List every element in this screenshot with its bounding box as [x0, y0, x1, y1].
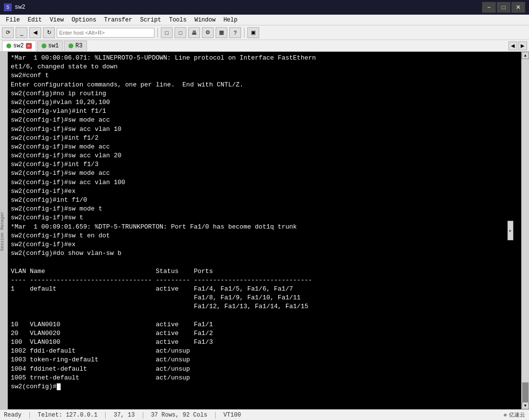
logo-text: 亿速云 [509, 411, 525, 419]
window-title: sw2 [15, 4, 25, 11]
menu-file[interactable]: File [2, 16, 24, 24]
host-input[interactable] [57, 28, 154, 38]
main-layout: Session Manager *Mar 1 00:00:06.071: %LI… [0, 52, 529, 409]
menu-transfer[interactable]: Transfer [100, 16, 136, 24]
session-manager-label: Session Manager [0, 211, 5, 251]
tab-dot-sw1 [42, 43, 46, 48]
menu-view[interactable]: View [46, 16, 68, 24]
logo-area: ◆ 亿速云 [504, 411, 525, 419]
menu-bar: File Edit View Options Transfer Script T… [0, 15, 529, 25]
toolbar-settings-btn[interactable]: ⚙ [202, 27, 214, 38]
toolbar-btn-2[interactable]: ⎯ [16, 27, 27, 38]
menu-edit[interactable]: Edit [24, 16, 46, 24]
status-sep-1 [29, 412, 30, 419]
tab-nav-left[interactable]: ◀ [508, 42, 517, 50]
tab-dot-sw2 [6, 43, 11, 48]
scroll-up-btn[interactable]: ▲ [522, 52, 529, 59]
toolbar-help-btn[interactable]: ? [229, 27, 241, 38]
tab-r3[interactable]: R3 [64, 41, 87, 51]
status-sep-4 [215, 412, 216, 419]
toolbar-btn-1[interactable]: ⟳ [2, 27, 14, 38]
menu-script[interactable]: Script [136, 16, 165, 24]
tab-nav: ◀ ▶ [508, 42, 527, 50]
menu-help[interactable]: Help [220, 16, 242, 24]
status-right: ◆ 亿速云 [504, 411, 525, 419]
minimize-button[interactable]: − [482, 2, 496, 13]
status-sep-2 [105, 412, 106, 419]
maximize-button[interactable]: □ [497, 2, 510, 13]
toolbar-separator-1 [157, 28, 158, 38]
title-bar: S sw2 − □ ✕ [0, 0, 529, 15]
tab-dot-r3 [68, 43, 73, 48]
scrollbar-thumb[interactable] [522, 382, 529, 402]
scrollbar: ▲ ▼ [521, 52, 529, 409]
toolbar-separator-2 [244, 28, 244, 38]
toolbar-btn-3[interactable]: ◀ [29, 27, 41, 38]
toolbar-screen-btn[interactable]: ▣ [247, 27, 259, 38]
collapse-panel-btn[interactable]: ► [507, 221, 513, 240]
tab-bar: sw2 ✕ sw1 R3 ◀ ▶ [0, 40, 529, 52]
status-dimensions: 37 Rows, 92 Cols [151, 412, 207, 419]
toolbar-print-btn[interactable]: 🖶 [188, 27, 200, 38]
status-position: 37, 13 [113, 412, 134, 419]
terminal-cursor [57, 383, 61, 390]
toolbar-copy-btn[interactable]: □ [161, 27, 173, 38]
toolbar-filter-btn[interactable]: ▦ [216, 27, 227, 38]
left-sidebar: Session Manager [0, 52, 8, 409]
tab-label-r3: R3 [75, 42, 82, 49]
status-sep-3 [143, 412, 143, 419]
terminal-container: *Mar 1 00:00:06.071: %LINEPROTO-5-UPDOWN… [8, 52, 521, 409]
tab-close-sw2[interactable]: ✕ [26, 43, 32, 49]
toolbar: ⟳ ⎯ ◀ ↻ □ □ 🖶 ⚙ ▦ ? ▣ [0, 25, 529, 40]
toolbar-btn-4[interactable]: ↻ [43, 27, 55, 38]
app-icon: S [4, 3, 12, 11]
toolbar-paste-btn[interactable]: □ [175, 27, 186, 38]
tab-nav-right[interactable]: ▶ [518, 42, 527, 50]
status-ready: Ready [4, 412, 22, 419]
tab-label-sw2: sw2 [13, 42, 24, 49]
menu-options[interactable]: Options [67, 16, 100, 24]
terminal-output[interactable]: *Mar 1 00:00:06.071: %LINEPROTO-5-UPDOWN… [8, 52, 521, 409]
menu-tools[interactable]: Tools [165, 16, 191, 24]
close-button[interactable]: ✕ [511, 2, 525, 13]
tab-label-sw1: sw1 [48, 42, 59, 49]
tab-sw2[interactable]: sw2 ✕ [2, 41, 36, 51]
tab-sw1[interactable]: sw1 [37, 41, 64, 51]
status-bar: Ready Telnet: 127.0.0.1 37, 13 37 Rows, … [0, 409, 529, 420]
status-telnet: Telnet: 127.0.0.1 [38, 412, 97, 419]
status-terminal-type: VT100 [223, 412, 241, 419]
menu-window[interactable]: Window [191, 16, 220, 24]
scrollbar-track[interactable] [522, 59, 529, 402]
scroll-down-btn[interactable]: ▼ [522, 402, 529, 409]
